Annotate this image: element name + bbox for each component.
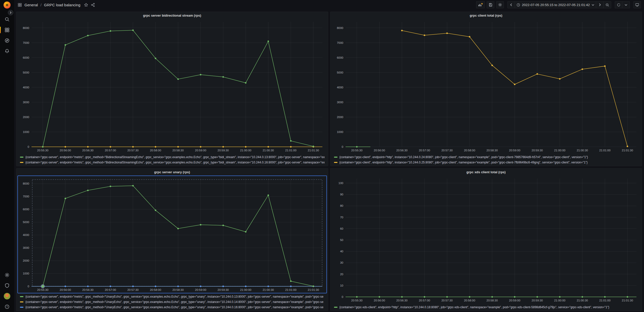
search-icon xyxy=(5,17,10,22)
sidebar-item-alerting[interactable] xyxy=(0,46,14,56)
dashboard-settings-button[interactable] xyxy=(496,1,504,8)
panel-legend: {container="grpc-xds-client", endpoint="… xyxy=(330,304,642,311)
time-shift-forward-button[interactable] xyxy=(596,1,604,8)
star-icon[interactable] xyxy=(84,3,88,7)
refresh-interval-dropdown[interactable] xyxy=(622,1,630,8)
sidebar-item-explore[interactable] xyxy=(0,35,14,46)
time-series-chart[interactable]: 010203040506070809010020:55:3020:56:0020… xyxy=(332,176,640,303)
breadcrumb-dashboard-title: GRPC load balancing xyxy=(44,3,80,7)
grafana-logo[interactable] xyxy=(0,1,14,10)
panel-title: grpc server bidirectional stream (rps) xyxy=(143,14,201,17)
svg-text:20:56:00: 20:56:00 xyxy=(374,299,385,302)
legend-item[interactable]: {container="grpc-client", endpoint="http… xyxy=(334,160,639,165)
svg-text:20:56:00: 20:56:00 xyxy=(60,288,71,291)
svg-text:21:00:00: 21:00:00 xyxy=(554,299,565,302)
svg-text:20:58:30: 20:58:30 xyxy=(486,149,498,152)
focused-panel-outline: 01000200030004000500060007000800020:55:3… xyxy=(17,176,327,293)
time-picker-group: 2022-07-05 20:55:15 to 2022-07-05 21:01:… xyxy=(507,1,611,8)
gear-icon xyxy=(498,3,502,7)
legend-series-label: {container="grpc-server", endpoint="metr… xyxy=(25,300,323,304)
breadcrumb-separator: / xyxy=(40,3,41,7)
sidebar-item-server-admin[interactable] xyxy=(0,280,14,291)
time-series-chart[interactable]: 01000200030004000500060007000800020:55:3… xyxy=(18,19,326,153)
legend-item[interactable]: {container="grpc-server", endpoint="metr… xyxy=(20,160,325,165)
svg-text:21:01:00: 21:01:00 xyxy=(599,299,610,302)
panel-header[interactable]: grpc client total (rps) xyxy=(330,12,642,19)
svg-text:7000: 7000 xyxy=(23,41,29,44)
svg-text:21:00:00: 21:00:00 xyxy=(554,149,565,152)
svg-text:8000: 8000 xyxy=(23,182,29,185)
zoom-out-time-button[interactable] xyxy=(604,1,611,8)
svg-text:20:56:30: 20:56:30 xyxy=(396,299,408,302)
breadcrumb-folder[interactable]: General xyxy=(24,3,38,7)
svg-text:20:56:30: 20:56:30 xyxy=(82,288,94,291)
sidebar-item-configuration[interactable] xyxy=(0,270,14,280)
sidebar-item-search[interactable] xyxy=(0,14,14,25)
panel-legend: {container="grpc-client", endpoint="http… xyxy=(330,154,642,166)
panel-grpc-xds-client-total: grpc xds client total (rps) 010203040506… xyxy=(330,168,642,311)
svg-text:20:56:00: 20:56:00 xyxy=(60,149,71,152)
legend-item[interactable]: {container="grpc-client", endpoint="http… xyxy=(334,154,639,160)
time-series-chart[interactable]: 01000200030004000500060007000800020:55:3… xyxy=(332,19,640,153)
bell-icon xyxy=(5,49,10,54)
time-range-picker[interactable]: 2022-07-05 20:55:15 to 2022-07-05 21:01:… xyxy=(515,1,596,8)
panel-grpc-client-total: grpc client total (rps) 0100020003000400… xyxy=(330,12,642,166)
sidebar-expand-button[interactable] xyxy=(8,10,13,15)
svg-text:20:57:00: 20:57:00 xyxy=(105,288,116,291)
legend-series-swatch xyxy=(20,157,23,158)
svg-text:20:58:00: 20:58:00 xyxy=(464,299,475,302)
svg-text:20:55:30: 20:55:30 xyxy=(351,149,362,152)
svg-text:4000: 4000 xyxy=(337,86,343,89)
save-dashboard-button[interactable] xyxy=(487,1,494,8)
legend-item[interactable]: {container="grpc-server", endpoint="metr… xyxy=(20,294,325,299)
add-panel-button[interactable] xyxy=(476,1,485,8)
legend-item[interactable]: {container="grpc-server", endpoint="metr… xyxy=(20,154,325,160)
svg-text:100: 100 xyxy=(338,182,343,185)
svg-text:5000: 5000 xyxy=(337,71,343,74)
chevron-right-icon xyxy=(598,3,601,6)
svg-text:20:58:00: 20:58:00 xyxy=(150,149,161,152)
panel-header[interactable]: grpc server unary (rps) xyxy=(16,168,328,176)
panel-grpc-server-unary: grpc server unary (rps) 0100020003000400… xyxy=(16,168,328,311)
time-shift-back-button[interactable] xyxy=(507,1,515,8)
time-series-chart[interactable]: 01000200030004000500060007000800020:55:3… xyxy=(18,176,326,293)
zoom-out-icon xyxy=(605,3,609,7)
legend-item[interactable]: {container="grpc-xds-client", endpoint="… xyxy=(334,304,639,310)
svg-text:5000: 5000 xyxy=(23,221,29,224)
sidebar-item-help[interactable]: ? xyxy=(0,301,14,312)
panel-header[interactable]: grpc server bidirectional stream (rps) xyxy=(16,12,328,19)
refresh-icon xyxy=(617,3,621,7)
svg-text:20:56:30: 20:56:30 xyxy=(82,149,94,152)
svg-text:1000: 1000 xyxy=(23,130,29,133)
svg-text:90: 90 xyxy=(340,193,343,196)
chevron-left-icon xyxy=(510,3,513,6)
sidebar-item-profile[interactable] xyxy=(0,291,14,301)
legend-series-label: {container="grpc-server", endpoint="metr… xyxy=(25,155,325,159)
refresh-button[interactable] xyxy=(615,1,622,8)
svg-text:20:59:00: 20:59:00 xyxy=(509,149,520,152)
svg-text:1000: 1000 xyxy=(337,130,343,133)
legend-item[interactable]: {container="grpc-server", endpoint="metr… xyxy=(20,299,325,304)
svg-text:30: 30 xyxy=(340,261,343,264)
legend-series-swatch xyxy=(334,307,338,308)
svg-text:20:55:30: 20:55:30 xyxy=(351,299,362,302)
svg-text:20:59:00: 20:59:00 xyxy=(195,149,206,152)
svg-text:21:01:30: 21:01:30 xyxy=(308,288,319,291)
svg-text:20:55:30: 20:55:30 xyxy=(37,288,48,291)
add-panel-icon xyxy=(478,3,483,7)
legend-item[interactable]: {container="grpc-server", endpoint="metr… xyxy=(20,304,325,310)
legend-series-label: {container="grpc-xds-client", endpoint="… xyxy=(340,305,609,309)
share-icon[interactable] xyxy=(91,3,95,7)
svg-text:3000: 3000 xyxy=(337,101,343,104)
panel-header[interactable]: grpc xds client total (rps) xyxy=(330,168,642,176)
svg-text:20:57:30: 20:57:30 xyxy=(127,288,139,291)
cycle-view-mode-button[interactable] xyxy=(633,1,641,8)
panel-legend: {container="grpc-server", endpoint="metr… xyxy=(16,293,328,311)
sidebar-item-dashboards[interactable] xyxy=(0,25,14,35)
svg-text:21:00:30: 21:00:30 xyxy=(576,299,588,302)
svg-text:10: 10 xyxy=(340,284,343,287)
svg-text:7000: 7000 xyxy=(337,41,343,44)
svg-text:21:00:00: 21:00:00 xyxy=(240,288,251,291)
svg-text:7000: 7000 xyxy=(23,195,29,198)
chevron-right-icon xyxy=(9,11,12,14)
